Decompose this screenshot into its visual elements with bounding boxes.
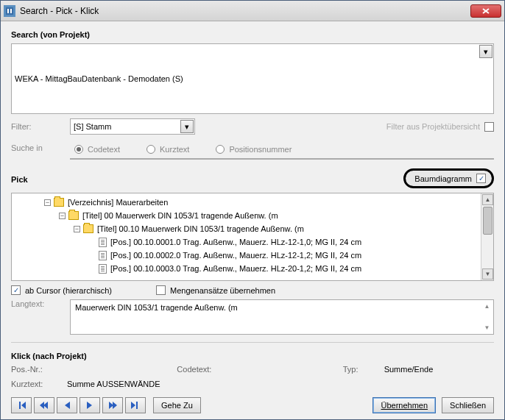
posnr-label: Pos.-Nr.: [11,365,67,374]
tree-view[interactable]: − [Verzeichnis] Mauerarbeiten − [Titel] … [11,193,494,281]
svg-marker-13 [131,402,135,409]
filter-aus-label: Filter aus Projektübersicht [386,122,480,131]
search-input[interactable] [70,158,494,160]
klick-heading: Klick (nach Projekt) [11,352,494,360]
ab-cursor-checkbox[interactable]: ✓ [11,285,21,295]
nav-prev-page-button[interactable] [34,397,54,413]
tree-row[interactable]: [Pos.] 00.10.0002.0 Trag. Außenw., Mauer… [12,249,493,262]
nav-last-button[interactable] [125,397,146,413]
scroll-up-icon[interactable]: ▲ [482,194,493,205]
tree-row[interactable]: − [Titel] 00.10 Mauerwerk DIN 1053/1 tra… [12,222,493,235]
tree-label: [Pos.] 00.10.0002.0 Trag. Außenw., Mauer… [110,251,361,260]
chevron-down-icon: ▾ [180,120,194,133]
filter-aus-checkbox[interactable] [484,122,494,132]
tree-label: [Pos.] 00.10.0001.0 Trag. Außenw., Mauer… [110,238,361,246]
app-icon [4,5,15,17]
tree-label: [Titel] 00.10 Mauerwerk DIN 1053/1 trage… [97,224,304,233]
svg-marker-10 [87,402,92,409]
typ-value: Summe/Ende [384,365,494,374]
ab-cursor-label: ab Cursor (hierarchisch) [25,286,112,295]
tree-scrollbar[interactable]: ▲ ▼ [481,193,493,280]
codetext-label: Codetext: [177,365,233,374]
radio-kurztext-label: Kurztext [160,145,189,154]
filter-value: [S] Stamm [74,122,111,131]
tree-row[interactable]: − [Verzeichnis] Mauerarbeiten [12,196,493,209]
radio-positionsnummer[interactable]: Positionsnummer [216,145,292,154]
document-icon [99,238,107,247]
folder-icon [54,198,64,207]
radio-icon [74,145,83,154]
radio-posnr-label: Positionsnummer [229,145,292,154]
suchein-label: Suche in [11,143,64,152]
collapse-icon[interactable]: − [59,213,66,219]
svg-rect-14 [136,402,138,409]
baumdiagramm-checkbox: ✓ [476,174,486,183]
radio-icon [216,145,225,154]
radio-icon [146,145,155,154]
radio-codetext[interactable]: Codetext [74,145,120,154]
project-dropdown[interactable]: WEKA - MittagBauDatenbank - Demodaten (S… [11,43,494,114]
scroll-thumb[interactable] [483,207,492,235]
scroll-up-icon[interactable]: ▲ [482,302,492,311]
kurztext-label: Kurztext: [11,380,67,388]
svg-marker-5 [21,402,26,409]
close-icon [482,8,490,14]
svg-marker-8 [40,402,44,409]
baumdiagramm-toggle[interactable]: Baumdiagramm ✓ [403,168,494,188]
svg-rect-2 [10,9,12,13]
tree-row[interactable]: [Pos.] 00.10.0001.0 Trag. Außenw., Mauer… [12,235,493,249]
document-icon [99,264,107,274]
typ-label: Typ: [343,365,384,374]
folder-icon [83,224,93,233]
kurztext-value: Summe AUSSENWÄNDE [67,380,494,388]
chevron-down-icon: ▾ [479,45,492,58]
tree-row[interactable]: − [Titel] 00 Mauerwerk DIN 1053/1 tragen… [12,209,493,222]
folder-icon [68,211,79,220]
nav-next-page-button[interactable] [102,397,123,413]
tree-label: [Verzeichnis] Mauerarbeiten [68,198,168,207]
divider [11,342,494,343]
svg-rect-1 [7,9,9,13]
collapse-icon[interactable]: − [44,199,51,206]
baumdiagramm-label: Baumdiagramm [414,174,472,183]
tree-label: [Pos.] 00.10.0003.0 Trag. Außenw., Mauer… [110,264,361,273]
window-title: Search - Pick - Klick [20,6,470,16]
radio-codetext-label: Codetext [88,145,120,154]
close-button[interactable] [470,4,501,18]
uebernehmen-label: Übernehmen [381,401,428,410]
document-icon [99,251,107,260]
schliessen-button[interactable]: Schließen [442,397,494,413]
nav-next-button[interactable] [80,397,100,413]
mengen-checkbox[interactable] [156,285,166,295]
scroll-down-icon[interactable]: ▼ [482,268,493,280]
gehezu-button[interactable]: Gehe Zu [153,397,201,413]
svg-marker-12 [113,402,117,409]
collapse-icon[interactable]: − [74,226,80,232]
filter-label: Filter: [11,122,64,131]
nav-prev-button[interactable] [57,397,77,413]
radio-kurztext[interactable]: Kurztext [146,145,189,154]
svg-marker-9 [65,402,70,409]
search-heading: Search (von Projekt) [11,30,494,39]
filter-dropdown[interactable]: [S] Stamm ▾ [70,118,195,135]
pick-heading: Pick [11,175,28,184]
mengen-label: Mengenansätze übernehmen [170,286,275,295]
project-value: WEKA - MittagBauDatenbank - Demodaten (S… [15,74,183,83]
tree-label: [Titel] 00 Mauerwerk DIN 1053/1 tragende… [82,211,278,220]
svg-rect-6 [19,402,21,409]
langtext-area[interactable]: Mauerwerk DIN 1053/1 tragende Außenw. (m… [70,299,494,335]
svg-rect-0 [6,7,13,15]
langtext-label: Langtext: [11,299,64,308]
nav-first-button[interactable] [11,397,32,413]
langtext-value: Mauerwerk DIN 1053/1 tragende Außenw. (m [75,303,238,312]
scroll-down-icon[interactable]: ▼ [482,323,492,332]
tree-row[interactable]: [Pos.] 00.10.0003.0 Trag. Außenw., Mauer… [12,262,493,275]
uebernehmen-button[interactable]: Übernehmen [372,397,436,413]
